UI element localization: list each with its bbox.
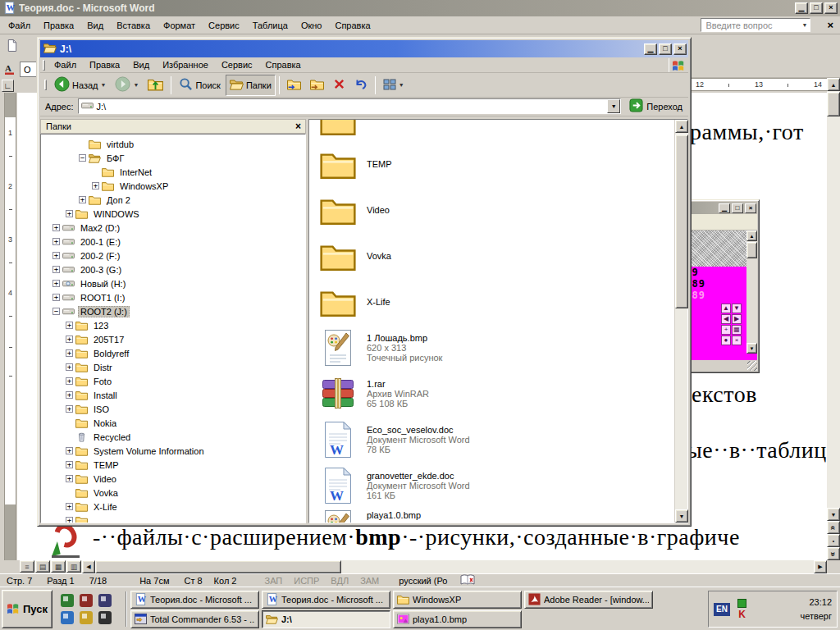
- font-style-button[interactable]: А: [1, 60, 19, 78]
- tree-item-label[interactable]: Distr: [91, 362, 115, 373]
- tree-expander-icon[interactable]: +: [66, 461, 73, 468]
- scrollbar-thumb[interactable]: [675, 135, 688, 308]
- scroll-up-icon[interactable]: ▲: [746, 231, 757, 241]
- move-to-button[interactable]: [283, 75, 305, 96]
- tree-item-label[interactable]: WINDOWS: [91, 208, 142, 220]
- word-vertical-scrollbar[interactable]: ▲ ▼ « • »: [827, 78, 840, 560]
- go-button[interactable]: Переход: [625, 98, 687, 114]
- views-button[interactable]: ▼: [379, 75, 409, 96]
- tree-expander-icon[interactable]: +: [52, 238, 60, 245]
- ask-question-input[interactable]: Введите вопрос ▼: [701, 18, 810, 32]
- taskbar-button[interactable]: Adobe Reader - [window...: [524, 591, 653, 609]
- tree-item[interactable]: +System Volume Information: [51, 444, 305, 458]
- new-document-button[interactable]: [2, 36, 21, 54]
- chevron-down-icon[interactable]: ▼: [101, 82, 107, 88]
- tree-expander-icon[interactable]: −: [79, 154, 86, 162]
- tool-button[interactable]: ▼: [732, 304, 742, 313]
- tree-item-label[interactable]: WindowsXP: [117, 180, 171, 192]
- tree-expander-icon[interactable]: +: [66, 377, 73, 385]
- menu-item-4[interactable]: Сервис: [215, 57, 259, 72]
- explorer-window[interactable]: J:\ ▁ □ × ФайлПравкаВидИзбранноеСервисСп…: [37, 37, 692, 527]
- folder-tree[interactable]: virtdub−БФГInterNet+WindowsXP+Доп 2+WIND…: [40, 134, 306, 523]
- file-tile[interactable]: playa1.0.bmp: [319, 509, 674, 523]
- minimize-icon[interactable]: ▁: [795, 2, 808, 14]
- menu-item-0[interactable]: Файл: [2, 18, 37, 33]
- scroll-down-icon[interactable]: ▼: [675, 509, 688, 523]
- select-browse-object-icon[interactable]: •: [827, 534, 840, 547]
- menu-item-8[interactable]: Справка: [328, 18, 377, 33]
- copy-to-button[interactable]: [306, 75, 328, 96]
- menu-item-2[interactable]: Вид: [80, 18, 110, 33]
- quicklaunch-icon-3[interactable]: [98, 594, 112, 607]
- tree-item[interactable]: Nokia: [51, 416, 305, 430]
- tray-app-icon[interactable]: [737, 599, 746, 608]
- chevron-down-icon[interactable]: ▼: [399, 82, 404, 88]
- tree-item-label[interactable]: Vovka: [91, 487, 121, 499]
- tool-button[interactable]: ◀: [721, 314, 731, 324]
- tree-item-label[interactable]: virtdub: [104, 139, 136, 150]
- tree-item[interactable]: virtdub: [51, 137, 305, 151]
- tool-button[interactable]: ▲: [721, 304, 731, 313]
- tree-expander-icon[interactable]: +: [66, 349, 73, 357]
- tool-button[interactable]: ×: [732, 336, 742, 345]
- tree-expander-icon[interactable]: +: [66, 391, 73, 399]
- back-button[interactable]: Назад ▼: [50, 75, 110, 96]
- scrollbar-thumb[interactable]: [746, 242, 757, 258]
- tree-item[interactable]: +ISO: [51, 402, 305, 416]
- file-tile[interactable]: X-Life: [319, 279, 674, 325]
- tree-item-label[interactable]: ROOT1 (I:): [78, 292, 127, 304]
- tree-expander-icon[interactable]: +: [52, 294, 60, 301]
- tree-expander-icon[interactable]: +: [66, 210, 73, 217]
- menu-item-4[interactable]: Формат: [157, 18, 202, 33]
- file-tile[interactable]: Vovka: [319, 233, 674, 279]
- tree-item-label[interactable]: Max2 (D:): [78, 222, 122, 234]
- delete-button[interactable]: [329, 75, 349, 96]
- file-tile[interactable]: WEco_soc_veselov.docДокумент Microsoft W…: [319, 417, 674, 463]
- tree-item-label[interactable]: [91, 520, 96, 522]
- tree-expander-icon[interactable]: +: [52, 252, 60, 259]
- quicklaunch-icon-4[interactable]: [61, 611, 74, 624]
- tree-item-label[interactable]: Install: [91, 390, 120, 401]
- tree-item[interactable]: +Max2 (D:): [51, 221, 305, 235]
- taskbar-button[interactable]: WindowsXP: [393, 591, 522, 609]
- word-titlebar[interactable]: W Теория.doc - Microsoft Word ▁ □ ×: [0, 0, 840, 16]
- tree-expander-icon[interactable]: +: [66, 405, 73, 413]
- undo-button[interactable]: [350, 75, 372, 96]
- close-icon[interactable]: ×: [673, 43, 687, 55]
- tree-item[interactable]: +Install: [51, 388, 305, 402]
- menu-item-3[interactable]: Избранное: [156, 57, 215, 72]
- quicklaunch-icon-5[interactable]: [80, 611, 93, 624]
- menu-item-2[interactable]: Вид: [126, 57, 156, 72]
- tree-expander-icon[interactable]: +: [66, 517, 73, 523]
- tree-item[interactable]: InterNet: [51, 165, 305, 179]
- tree-item-label[interactable]: 123: [91, 320, 111, 331]
- search-button[interactable]: Поиск: [175, 75, 224, 96]
- tree-item-label[interactable]: Video: [91, 473, 119, 485]
- tree-item[interactable]: +: [51, 514, 305, 523]
- scroll-up-icon[interactable]: ▲: [675, 120, 688, 133]
- tree-expander-icon[interactable]: −: [52, 308, 60, 315]
- files-vertical-scrollbar[interactable]: ▲ ▼: [674, 120, 687, 523]
- resize-grip[interactable]: [747, 361, 757, 371]
- tree-expander-icon[interactable]: +: [52, 224, 60, 231]
- file-tile[interactable]: Wgranovetter_ekde.docДокумент Microsoft …: [319, 463, 674, 509]
- tree-expander-icon[interactable]: +: [66, 336, 73, 343]
- tree-item-label[interactable]: 200-2 (F:): [78, 250, 122, 262]
- tree-item[interactable]: +Новый (H:): [51, 276, 305, 290]
- tree-item-label[interactable]: ISO: [91, 404, 112, 415]
- tree-expander-icon[interactable]: +: [52, 280, 60, 287]
- tool-button[interactable]: ●: [721, 336, 731, 345]
- quicklaunch-icon-1[interactable]: [61, 594, 74, 607]
- tree-expander-icon[interactable]: +: [79, 196, 86, 203]
- tab-stop-selector[interactable]: ∟: [2, 80, 14, 92]
- word-horizontal-scrollbar[interactable]: ≡ ▤ ▦ ▥ ◀ ▶: [0, 560, 827, 573]
- close-icon[interactable]: ×: [824, 2, 838, 14]
- tree-expander-icon[interactable]: +: [66, 475, 73, 482]
- close-document-icon[interactable]: ×: [827, 19, 833, 31]
- maximize-icon[interactable]: □: [659, 43, 672, 55]
- bitmap-vertical-scrollbar[interactable]: ▲ ▼: [746, 231, 757, 354]
- taskbar-button[interactable]: playa1.0.bmp: [393, 610, 522, 628]
- tree-item[interactable]: −ROOT2 (J:): [51, 304, 305, 318]
- menu-item-1[interactable]: Правка: [83, 57, 126, 72]
- scrollbar-thumb[interactable]: [827, 92, 840, 116]
